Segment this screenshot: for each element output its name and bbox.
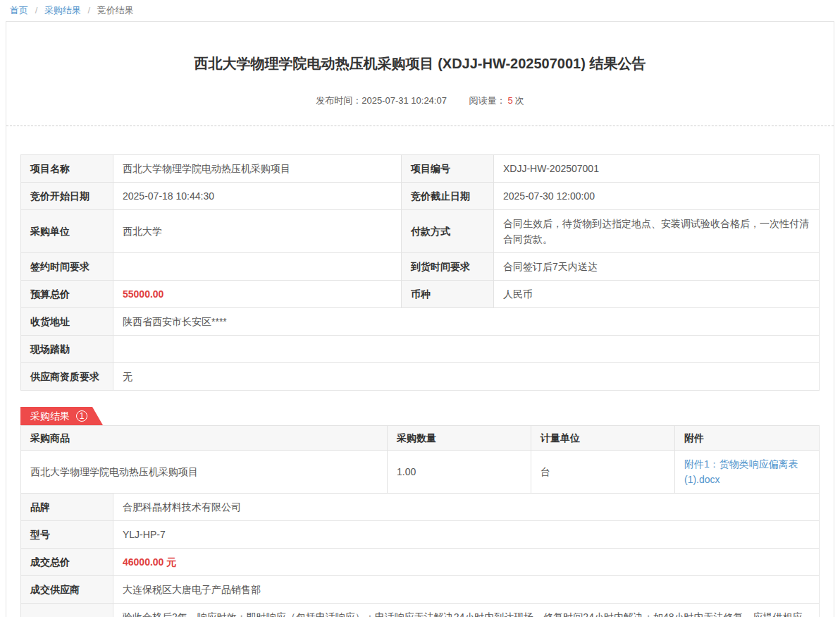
field-label: 采购单位 — [21, 210, 113, 253]
field-value: 合同生效后，待货物到达指定地点、安装调试验收合格后，一次性付清合同货款。 — [494, 210, 820, 253]
award-detail-table: 品牌 合肥科晶材料技术有限公司 型号 YLJ-HP-7 成交总价 46000.0… — [20, 493, 820, 617]
table-row: 品牌 合肥科晶材料技术有限公司 — [21, 494, 820, 521]
budget-total-value: 55000.00 — [113, 281, 402, 308]
warranty-value: 验收合格后2年。响应时效：即时响应（包括电话响应）；电话响应无法解决24小时内到… — [113, 604, 820, 617]
table-row: 现场踏勘 — [21, 336, 820, 363]
unit-cell: 台 — [531, 451, 675, 494]
field-value — [113, 336, 820, 363]
breadcrumb-separator: / — [35, 5, 38, 16]
field-label: 到货时间要求 — [402, 253, 494, 281]
table-row: 采购单位 西北大学 付款方式 合同生效后，待货物到达指定地点、安装调试验收合格后… — [21, 210, 820, 253]
field-label: 收货地址 — [21, 308, 113, 336]
announcement-card: 西北大学物理学院电动热压机采购项目 (XDJJ-HW-202507001) 结果… — [6, 21, 834, 617]
views-label: 阅读量： — [469, 95, 506, 106]
field-label: 成交总价 — [21, 549, 113, 576]
field-value — [113, 253, 402, 281]
announcement-header: 西北大学物理学院电动热压机采购项目 (XDJJ-HW-202507001) 结果… — [6, 22, 834, 126]
supplier-value: 大连保税区大唐电子产品销售部 — [113, 576, 820, 604]
column-header: 计量单位 — [531, 426, 675, 451]
brand-value: 合肥科晶材料技术有限公司 — [113, 494, 820, 521]
announcement-body: 项目名称 西北大学物理学院电动热压机采购项目 项目编号 XDJJ-HW-2025… — [6, 126, 834, 617]
field-value: 人民币 — [494, 281, 820, 308]
column-header: 采购数量 — [388, 426, 531, 451]
field-label: 签约时间要求 — [21, 253, 113, 281]
field-label: 型号 — [21, 521, 113, 549]
breadcrumb-current: 竞价结果 — [97, 5, 134, 16]
table-row: 成交供应商 大连保税区大唐电子产品销售部 — [21, 576, 820, 604]
field-value: XDJJ-HW-202507001 — [494, 155, 820, 183]
field-label: 质保及售后服务 — [21, 604, 113, 617]
quantity-cell: 1.00 — [388, 451, 531, 494]
model-value: YLJ-HP-7 — [113, 521, 820, 549]
result-badge-label: 采购结果 — [30, 407, 70, 425]
breadcrumb-home-link[interactable]: 首页 — [10, 5, 28, 16]
table-row: 质保及售后服务 验收合格后2年。响应时效：即时响应（包括电话响应）；电话响应无法… — [21, 604, 820, 617]
field-label: 现场踏勘 — [21, 336, 113, 363]
field-label: 项目名称 — [21, 155, 113, 183]
table-row: 成交总价 46000.00 元 — [21, 549, 820, 576]
publish-time-value: 2025-07-31 10:24:07 — [362, 95, 447, 106]
table-row: 签约时间要求 到货时间要求 合同签订后7天内送达 — [21, 253, 820, 281]
table-row: 型号 YLJ-HP-7 — [21, 521, 820, 549]
result-badge: 采购结果 1 — [20, 407, 103, 425]
attachment-cell: 附件1：货物类响应偏离表 (1).docx — [675, 451, 820, 494]
project-info-table: 项目名称 西北大学物理学院电动热压机采购项目 项目编号 XDJJ-HW-2025… — [20, 154, 820, 391]
column-header: 附件 — [675, 426, 820, 451]
table-row: 供应商资质要求 无 — [21, 363, 820, 391]
breadcrumb-procurement-results-link[interactable]: 采购结果 — [44, 5, 81, 16]
attachment-link[interactable]: 附件1：货物类响应偏离表 (1).docx — [684, 458, 798, 485]
field-label: 项目编号 — [402, 155, 494, 183]
field-label: 供应商资质要求 — [21, 363, 113, 391]
publish-meta: 发布时间：2025-07-31 10:24:07 阅读量：5次 — [27, 94, 813, 107]
field-value: 西北大学 — [113, 210, 402, 253]
table-row: 项目名称 西北大学物理学院电动热压机采购项目 项目编号 XDJJ-HW-2025… — [21, 155, 820, 183]
views-unit: 次 — [515, 95, 524, 106]
purchase-result-table: 采购商品 采购数量 计量单位 附件 西北大学物理学院电动热压机采购项目 1.00… — [20, 425, 820, 494]
field-label: 预算总价 — [21, 281, 113, 308]
field-label: 成交供应商 — [21, 576, 113, 604]
result-section: 采购结果 1 — [20, 407, 820, 425]
views-count: 5 — [508, 95, 513, 106]
table-row: 预算总价 55000.00 币种 人民币 — [21, 281, 820, 308]
field-label: 品牌 — [21, 494, 113, 521]
table-header-row: 采购商品 采购数量 计量单位 附件 — [21, 426, 820, 451]
field-value: 陕西省西安市长安区**** — [113, 308, 820, 336]
field-value: 2025-07-30 12:00:00 — [494, 183, 820, 210]
product-name-cell: 西北大学物理学院电动热压机采购项目 — [21, 451, 388, 494]
field-label: 竞价截止日期 — [402, 183, 494, 210]
field-label: 付款方式 — [402, 210, 494, 253]
field-value: 无 — [113, 363, 820, 391]
field-label: 竞价开始日期 — [21, 183, 113, 210]
column-header: 采购商品 — [21, 426, 388, 451]
table-row: 西北大学物理学院电动热压机采购项目 1.00 台 附件1：货物类响应偏离表 (1… — [21, 451, 820, 494]
publish-time-label: 发布时间： — [316, 95, 362, 106]
result-count-badge: 1 — [76, 410, 87, 422]
table-row: 竞价开始日期 2025-07-18 10:44:30 竞价截止日期 2025-0… — [21, 183, 820, 210]
field-value: 西北大学物理学院电动热压机采购项目 — [113, 155, 402, 183]
field-value: 2025-07-18 10:44:30 — [113, 183, 402, 210]
field-label: 币种 — [402, 281, 494, 308]
field-value: 合同签订后7天内送达 — [494, 253, 820, 281]
breadcrumb: 首页 / 采购结果 / 竞价结果 — [0, 0, 840, 20]
breadcrumb-separator: / — [88, 5, 91, 16]
award-price-value: 46000.00 元 — [113, 549, 820, 576]
table-row: 收货地址 陕西省西安市长安区**** — [21, 308, 820, 336]
page-title: 西北大学物理学院电动热压机采购项目 (XDJJ-HW-202507001) 结果… — [27, 54, 813, 73]
